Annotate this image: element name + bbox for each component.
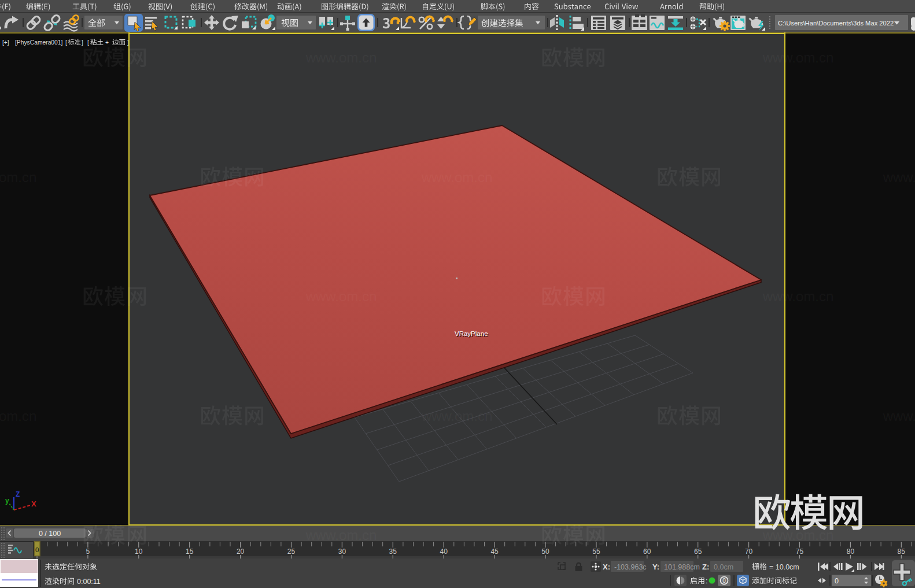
svg-text:www.om.cn: www.om.cn [762, 289, 834, 304]
svg-text:www.om.cn: www.om.cn [883, 169, 915, 185]
svg-text:www.om.cn: www.om.cn [305, 50, 377, 65]
svg-text:www.om.cn: www.om.cn [0, 169, 36, 185]
svg-text:www.om.cn: www.om.cn [305, 289, 377, 304]
svg-text:www.om.cn: www.om.cn [0, 408, 36, 424]
svg-text:www.om.cn: www.om.cn [421, 169, 493, 185]
svg-text:www.om.cn: www.om.cn [762, 50, 834, 65]
svg-text:www.om.cn: www.om.cn [883, 408, 915, 424]
svg-text:www.om.cn: www.om.cn [421, 408, 493, 424]
svg-text:www.om.cn: www.om.cn [305, 527, 377, 543]
